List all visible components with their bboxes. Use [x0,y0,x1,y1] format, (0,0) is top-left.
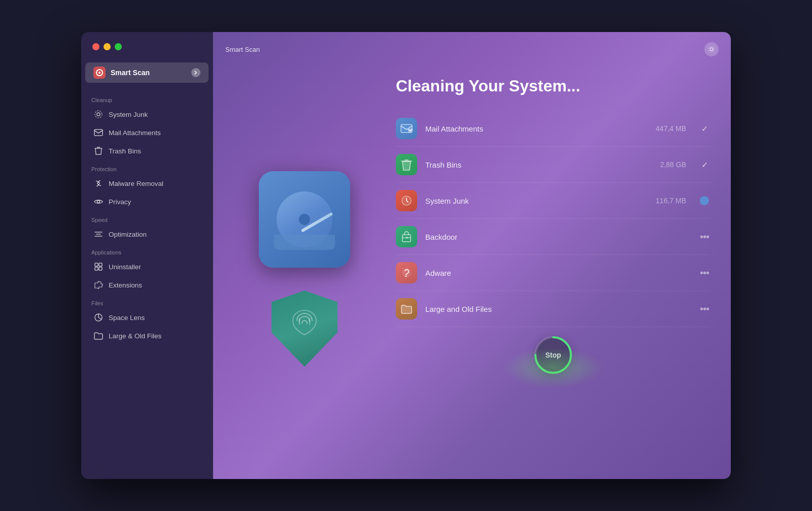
malware-removal-label: Malware Removal [109,180,163,187]
mail-icon [93,127,104,138]
svg-point-4 [95,111,102,118]
svg-point-2 [98,72,100,74]
loading-dot [700,196,709,205]
sidebar-item-uninstaller[interactable]: Uninstaller [85,258,209,275]
uninstaller-label: Uninstaller [109,263,141,271]
window-layout: Smart Scan Cleanup System Junk [81,32,731,479]
folder-icon [93,331,104,341]
backdoor-status: ••• [698,231,710,243]
optimization-label: Optimization [109,231,147,238]
mail-attachments-icon [396,118,417,139]
files-section-label: Files [81,294,213,308]
fingerprint-icon [287,305,322,347]
svg-point-16 [710,48,713,51]
svg-point-7 [97,201,100,203]
svg-point-24 [405,276,407,277]
backdoor-icon [396,226,417,247]
scan-item-trash-bins: Trash Bins 2,88 GB ✓ [396,147,710,183]
system-junk-status [698,195,710,207]
traffic-lights [92,43,122,50]
sidebar-item-space-lens[interactable]: Space Lens [85,309,209,326]
stop-button-wrapper: Stop [530,332,576,378]
sidebar-item-smart-scan[interactable]: Smart Scan [85,62,209,83]
svg-rect-13 [95,267,98,270]
disk-base [274,235,335,250]
large-old-files-name: Large and Old Files [425,305,678,313]
stop-button-area: Stop [396,327,710,393]
settings-button[interactable] [704,42,719,56]
trash-bins-size: 2,88 GB [660,161,686,169]
grid-icon [93,262,104,272]
shield-icon-container [266,288,343,369]
space-lens-label: Space Lens [109,314,145,322]
sidebar-item-large-old-files[interactable]: Large & Old Files [85,327,209,344]
sidebar-item-optimization[interactable]: Optimization [85,226,209,243]
mail-attachments-status: ✓ [698,122,710,135]
app-window: Smart Scan Cleanup System Junk [81,32,731,479]
content-area: Cleaning Your System... Mail Attachments [213,61,731,479]
backdoor-name: Backdoor [425,233,678,241]
puzzle-icon [93,280,104,290]
sidebar-item-privacy[interactable]: Privacy [85,193,209,210]
main-header: Smart Scan [213,32,731,61]
sidebar-item-mail-attachments[interactable]: Mail Attachments [85,124,209,141]
minimize-button[interactable] [104,43,111,50]
large-old-files-status: ••• [698,303,710,315]
sidebar-item-extensions[interactable]: Extensions [85,276,209,294]
scan-item-large-old-files: Large and Old Files ••• [396,291,710,327]
main-header-title: Smart Scan [225,46,260,53]
protection-section-label: Protection [81,160,213,174]
smart-scan-icon [93,67,106,79]
mail-attachments-size: 447,4 MB [656,124,686,133]
scan-list-area: Cleaning Your System... Mail Attachments [396,72,710,469]
trash-icon [93,146,104,156]
biohazard-icon [93,178,104,188]
svg-rect-14 [99,267,102,270]
extensions-label: Extensions [109,281,142,289]
adware-status: ••• [698,267,710,279]
speed-section-label: Speed [81,211,213,225]
svg-rect-11 [95,263,98,266]
svg-rect-12 [99,263,102,266]
sidebar-item-trash-bins[interactable]: Trash Bins [85,142,209,159]
system-junk-icon [396,190,417,211]
svg-point-17 [708,46,715,53]
svg-point-3 [97,113,100,116]
scan-item-system-junk: System Junk 116,7 MB [396,183,710,219]
pending-dots-icon-3: ••• [700,303,709,315]
sidebar-item-malware-removal[interactable]: Malware Removal [85,175,209,192]
checkmark-icon: ✓ [701,124,708,134]
animation-area [233,72,376,469]
trash-bins-name: Trash Bins [425,161,652,169]
scan-item-backdoor: Backdoor ••• [396,219,710,255]
svg-rect-22 [405,237,408,239]
scan-heading: Cleaning Your System... [396,77,710,95]
eye-icon [93,197,104,207]
arrow-icon [191,68,200,77]
trash-bins-icon [396,154,417,175]
applications-section-label: Applications [81,243,213,258]
trash-bins-label: Trash Bins [109,147,141,155]
disk-icon [259,171,350,268]
sliders-icon [93,229,104,239]
shield-shape [272,291,337,367]
sidebar-item-system-junk[interactable]: System Junk [85,106,209,123]
scan-item-mail-attachments: Mail Attachments 447,4 MB ✓ [396,111,710,147]
svg-rect-5 [94,130,103,136]
adware-icon [396,262,417,283]
large-old-files-label: Large & Old Files [109,332,161,340]
trash-bins-status: ✓ [698,158,710,171]
gear-icon [93,109,104,119]
scan-item-adware: Adware ••• [396,255,710,291]
pending-dots-icon: ••• [700,231,709,243]
maximize-button[interactable] [115,43,122,50]
close-button[interactable] [92,43,99,50]
pending-dots-icon-2: ••• [700,267,709,279]
disk-hole [299,214,310,225]
sidebar: Smart Scan Cleanup System Junk [81,32,213,479]
checkmark-icon-2: ✓ [701,160,708,170]
pie-icon [93,312,104,323]
mail-attachments-name: Mail Attachments [425,124,648,133]
mail-attachments-label: Mail Attachments [109,129,161,137]
sidebar-smart-scan-label: Smart Scan [111,69,186,77]
